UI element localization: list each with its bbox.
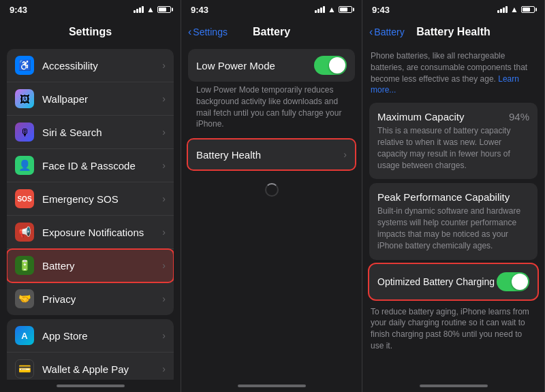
peak-performance-title-row: Peak Performance Capability: [377, 191, 529, 203]
time-3: 9:43: [372, 5, 390, 15]
battery-status-icon: [157, 6, 171, 13]
optimized-charging-desc: To reduce battery aging, iPhone learns f…: [371, 306, 536, 352]
status-bar-2: 9:43 ▲: [181, 0, 362, 19]
row-wallpaper[interactable]: 🖼 Wallpaper ›: [7, 82, 174, 116]
wallpaper-icon: 🖼: [15, 89, 34, 108]
faceid-icon: 👤: [15, 156, 34, 175]
battery-health-intro: Phone batteries, like all rechargeable b…: [362, 45, 544, 99]
peak-performance-desc: Built-in dynamic software and hardware s…: [377, 206, 529, 251]
accessibility-icon: ♿: [15, 56, 34, 75]
sos-label: Emergency SOS: [42, 193, 162, 205]
appstore-icon: A: [15, 326, 34, 345]
status-icons-2: ▲: [315, 5, 352, 14]
panel-settings: 9:43 ▲ Settings ♿ Accessibility › 🖼: [0, 0, 181, 392]
back-chevron-2: ‹: [188, 26, 191, 38]
privacy-icon: 🤝: [15, 289, 34, 308]
panel1-title: Settings: [69, 26, 112, 38]
battery-label: Battery: [42, 260, 162, 272]
appstore-label: App Store: [42, 330, 162, 342]
battery-status-icon-2: [339, 6, 352, 13]
settings-group-1: ♿ Accessibility › 🖼 Wallpaper › 🎙 Siri &…: [0, 49, 181, 315]
sos-icon: SOS: [15, 189, 34, 208]
max-capacity-desc: This is a measure of battery capacity re…: [377, 125, 529, 171]
battery-health-scroll[interactable]: Phone batteries, like all rechargeable b…: [362, 45, 544, 380]
wifi-icon-2: ▲: [328, 5, 336, 14]
optimized-charging-row[interactable]: Optimized Battery Charging: [369, 264, 538, 299]
signal-icon-2: [315, 6, 325, 13]
optimized-charging-label: Optimized Battery Charging: [377, 276, 497, 287]
appstore-chevron: ›: [162, 330, 166, 341]
home-indicator-1: [0, 380, 181, 392]
row-sos[interactable]: SOS Emergency SOS ›: [7, 182, 174, 216]
optimized-charging-toggle[interactable]: [497, 272, 529, 291]
back-chevron-3: ‹: [369, 26, 373, 38]
peak-performance-label: Peak Performance Capability: [377, 191, 510, 203]
siri-label: Siri & Search: [42, 127, 162, 138]
low-power-group: Low Power Mode Low Power Mode temporaril…: [181, 49, 362, 135]
battery-scroll[interactable]: Low Power Mode Low Power Mode temporaril…: [181, 45, 362, 380]
settings-group-2: A App Store › 💳 Wallet & Apple Pay ›: [0, 319, 181, 380]
wallpaper-label: Wallpaper: [42, 93, 162, 105]
nav-bar-2: ‹ Settings Battery: [181, 19, 362, 45]
sos-chevron: ›: [162, 193, 166, 204]
loading-spinner: [181, 174, 362, 206]
settings-scroll[interactable]: ♿ Accessibility › 🖼 Wallpaper › 🎙 Siri &…: [0, 45, 181, 380]
panel3-title: Battery Health: [416, 26, 490, 38]
back-to-battery[interactable]: ‹ Battery: [369, 26, 405, 38]
battery-health-row[interactable]: Battery Health ›: [188, 140, 355, 169]
store-settings-list: A App Store › 💳 Wallet & Apple Pay ›: [7, 319, 174, 380]
faceid-chevron: ›: [162, 160, 166, 171]
faceid-label: Face ID & Passcode: [42, 160, 162, 172]
battery-health-group: Battery Health ›: [181, 140, 362, 169]
panel2-title: Battery: [253, 26, 290, 38]
main-settings-list: ♿ Accessibility › 🖼 Wallpaper › 🎙 Siri &…: [7, 49, 174, 315]
battery-health-chevron: ›: [343, 149, 347, 160]
low-power-toggle[interactable]: [314, 56, 347, 75]
wallet-chevron: ›: [162, 363, 166, 374]
signal-icon-3: [497, 6, 508, 13]
row-wallet[interactable]: 💳 Wallet & Apple Pay ›: [7, 353, 174, 380]
row-appstore[interactable]: A App Store ›: [7, 319, 174, 353]
battery-status-icon-3: [521, 6, 535, 13]
row-accessibility[interactable]: ♿ Accessibility ›: [7, 49, 174, 82]
back-label-3: Battery: [374, 27, 404, 37]
exposure-icon: 📢: [15, 223, 34, 242]
siri-icon: 🎙: [15, 122, 34, 142]
accessibility-label: Accessibility: [42, 60, 162, 71]
low-power-thumb: [329, 57, 345, 74]
peak-performance-card: Peak Performance Capability Built-in dyn…: [369, 183, 538, 259]
low-power-list: Low Power Mode: [188, 49, 355, 82]
panel-battery-health: 9:43 ▲ ‹ Battery Battery Health Phone ba…: [362, 0, 545, 392]
back-label-2: Settings: [193, 27, 228, 37]
time-1: 9:43: [10, 5, 27, 15]
spinner-icon: [265, 183, 279, 197]
row-faceid[interactable]: 👤 Face ID & Passcode ›: [7, 149, 174, 182]
panel-battery: 9:43 ▲ ‹ Settings Battery Low Power: [181, 0, 362, 392]
back-to-settings[interactable]: ‹ Settings: [188, 26, 228, 38]
status-bar-3: 9:43 ▲: [362, 0, 544, 19]
max-capacity-label: Maximum Capacity: [377, 111, 465, 122]
row-battery[interactable]: 🔋 Battery ›: [7, 249, 174, 282]
wifi-icon-3: ▲: [510, 5, 518, 14]
low-power-description: Low Power Mode temporarily reduces backg…: [188, 82, 355, 135]
nav-bar-1: Settings: [0, 19, 181, 45]
battery-health-list: Battery Health ›: [188, 140, 355, 169]
status-icons-1: ▲: [134, 5, 171, 14]
wallet-label: Wallet & Apple Pay: [42, 363, 162, 375]
battery-health-label: Battery Health: [196, 149, 343, 161]
time-2: 9:43: [191, 5, 208, 15]
low-power-row[interactable]: Low Power Mode: [188, 49, 355, 82]
status-icons-3: ▲: [497, 5, 535, 14]
battery-icon: 🔋: [15, 256, 34, 275]
row-exposure[interactable]: 📢 Exposure Notifications ›: [7, 216, 174, 249]
nav-bar-3: ‹ Battery Battery Health: [362, 19, 544, 45]
row-siri[interactable]: 🎙 Siri & Search ›: [7, 116, 174, 149]
row-privacy[interactable]: 🤝 Privacy ›: [7, 282, 174, 315]
wifi-icon: ▲: [146, 5, 155, 14]
privacy-chevron: ›: [162, 293, 166, 304]
low-power-label: Low Power Mode: [196, 60, 314, 71]
optimized-charging-thumb: [512, 274, 528, 290]
wallpaper-chevron: ›: [162, 93, 166, 104]
wallet-icon: 💳: [15, 359, 34, 378]
max-capacity-value: 94%: [509, 111, 529, 122]
